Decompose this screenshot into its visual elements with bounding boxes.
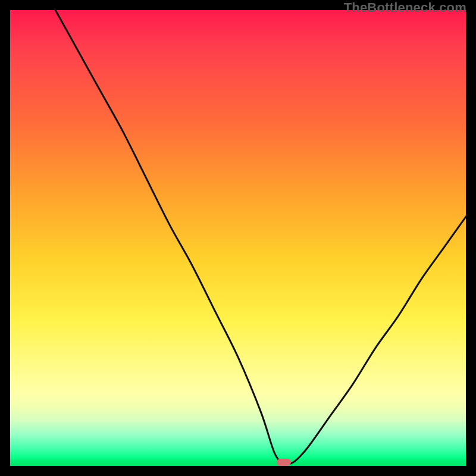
- curve-path: [55, 9, 467, 464]
- bottleneck-curve: [9, 9, 467, 467]
- watermark-text: TheBottleneck.com: [344, 0, 466, 15]
- optimal-marker: [277, 459, 291, 466]
